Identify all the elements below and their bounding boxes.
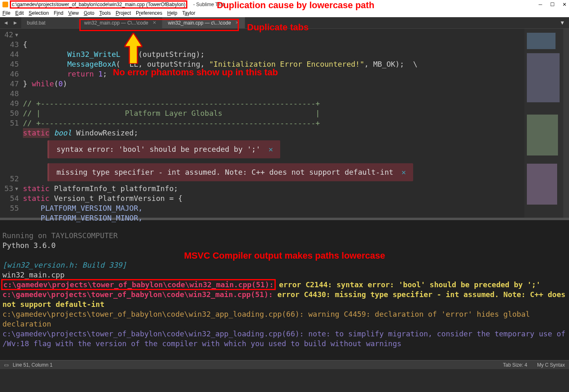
status-syntax[interactable]: My C Syntax	[537, 362, 565, 368]
panel-path: c:\gamedev\projects\tower_of_babylon\cod…	[2, 310, 304, 318]
code-token: )	[63, 79, 67, 88]
tab-history-arrows[interactable]: ◄ ►	[0, 17, 21, 28]
code-token: WindowResized;	[76, 128, 138, 137]
panel-path: c:\gamedev\projects\tower_of_babylon\cod…	[2, 329, 304, 338]
phantom-text: syntax error: 'bool' should be preceded …	[56, 145, 261, 153]
code-line: // | Platform Layer Globals |	[23, 109, 320, 117]
menu-help[interactable]: Help	[167, 10, 178, 16]
code-token: (	[116, 60, 121, 68]
menu-file[interactable]: File	[2, 10, 10, 16]
code-token: , outputString,	[138, 60, 209, 68]
close-button[interactable]: ✕	[562, 2, 567, 7]
menu-edit[interactable]: Edit	[15, 10, 24, 16]
menu-tools[interactable]: Tools	[99, 10, 111, 16]
code-token: return	[67, 70, 94, 78]
code-token: MessageBoxA	[67, 60, 116, 68]
tab-win32-main-upper[interactable]: win32_main.cpp — C\...\code ✕	[79, 17, 162, 28]
menu-selection[interactable]: Selection	[29, 10, 49, 16]
panel-line: win32_main.cpp	[2, 270, 65, 279]
menu-taylor[interactable]: Taylor	[182, 10, 195, 16]
app-name: - Sublime Text	[193, 2, 224, 7]
close-icon[interactable]: ✕	[153, 20, 156, 25]
minimap[interactable]	[524, 29, 563, 218]
forward-icon[interactable]: ►	[13, 20, 18, 26]
minimize-button[interactable]: ─	[539, 2, 542, 7]
line-gutter: 42 ▾ 43 44 45 46 47 48 49 50 51 52 53 ▾ …	[0, 29, 23, 218]
menu-find[interactable]: Find	[54, 10, 63, 16]
tab-win32-main-lower[interactable]: win32_main.cpp — c\...\code ✕	[162, 17, 245, 28]
code-line: {	[23, 40, 27, 49]
code-token: PLATFORM_VERSION_MAJOR,	[40, 204, 142, 212]
code-token: 1	[98, 70, 103, 78]
window-controls: ─ ☐ ✕	[532, 2, 567, 7]
code-token: PlatformInfo_t	[54, 184, 116, 193]
code-token: bool	[54, 128, 72, 137]
code-view[interactable]: { Win32_WriteL e(outputString); MessageB…	[23, 29, 524, 218]
panel-path: c:\gamedev\projects\tower_of_babylon\cod…	[2, 290, 273, 299]
code-line: // +------------------------------------…	[23, 99, 320, 108]
code-token: (outputString);	[138, 50, 205, 59]
tab-label: build.bat	[27, 20, 45, 26]
status-bar: ▭ Line 51, Column 1 Tab Size: 4 My C Syn…	[0, 360, 569, 369]
status-tab-size[interactable]: Tab Size: 4	[503, 362, 527, 368]
code-token: static	[23, 194, 49, 203]
code-token: , MB_OK); \	[364, 60, 418, 68]
code-token: PLATFORM_VERSION_MINOR,	[40, 214, 142, 222]
code-line: // +------------------------------------…	[23, 119, 320, 127]
code-token: "Initialization Error Encountered!"	[209, 60, 364, 68]
dismiss-icon[interactable]: ✕	[402, 168, 406, 176]
code-token: platformInfo;	[120, 184, 178, 193]
panel-msg: error C2144: syntax error: 'bool' should…	[274, 280, 540, 289]
menu-bar: File Edit Selection Find View Goto Tools…	[0, 9, 569, 17]
maximize-button[interactable]: ☐	[550, 2, 555, 7]
code-token: e	[134, 50, 138, 59]
scrollbar[interactable]	[563, 29, 569, 218]
code-token: }	[23, 79, 32, 88]
menu-goto[interactable]: Goto	[84, 10, 94, 16]
menu-view[interactable]: View	[68, 10, 79, 16]
app-icon	[2, 2, 8, 7]
phantom-text: missing type specifier - int assumed. No…	[56, 168, 394, 176]
code-token: (	[54, 79, 58, 88]
window-titlebar: c:\gamedev\projects\tower_of_babylon\cod…	[0, 0, 569, 9]
panel-path: c:\gamedev\projects\tower_of_babylon\cod…	[2, 280, 274, 289]
tab-bar: ◄ ► build.bat win32_main.cpp — C\...\cod…	[0, 17, 569, 29]
tab-build-bat[interactable]: build.bat	[21, 17, 79, 28]
panel-switcher-icon[interactable]: ▭	[4, 362, 9, 368]
fold-icon[interactable]: ▾	[14, 184, 19, 193]
panel-line: Python 3.6.0	[2, 241, 56, 250]
status-position[interactable]: Line 51, Column 1	[13, 362, 52, 368]
build-output-panel[interactable]: Running on TAYLORSCOMPUTER Python 3.6.0 …	[0, 220, 569, 360]
tab-overflow-button[interactable]: ▼	[556, 17, 569, 28]
code-token: LL	[129, 60, 138, 68]
error-phantom[interactable]: syntax error: 'bool' should be preceded …	[47, 140, 280, 158]
code-token: static	[23, 128, 49, 137]
menu-preferences[interactable]: Preferences	[136, 10, 162, 16]
editor-area[interactable]: 42 ▾ 43 44 45 46 47 48 49 50 51 52 53 ▾ …	[0, 29, 569, 218]
code-token: while	[32, 79, 54, 88]
code-token: PlatformVersion = {	[98, 194, 182, 203]
code-token: 0	[58, 79, 63, 88]
back-icon[interactable]: ◄	[3, 20, 9, 26]
tab-label: win32_main.cpp — c\...\code	[168, 20, 231, 26]
window-title: c:\gamedev\projects\tower_of_babylon\cod…	[10, 0, 187, 9]
dismiss-icon[interactable]: ✕	[269, 145, 273, 153]
tab-label: win32_main.cpp — C\...\code	[84, 20, 148, 26]
code-token: Win32_WriteL	[67, 50, 120, 59]
error-phantom[interactable]: missing type specifier - int assumed. No…	[47, 163, 413, 181]
fold-icon[interactable]: ▾	[14, 30, 19, 39]
menu-project[interactable]: Project	[116, 10, 131, 16]
code-token: static	[23, 184, 49, 193]
panel-line: [win32_version.h: Build 339]	[2, 261, 126, 269]
panel-line: Running on TAYLORSCOMPUTER	[2, 231, 118, 240]
close-icon[interactable]: ✕	[235, 20, 239, 25]
code-token: Version_t	[54, 194, 94, 203]
